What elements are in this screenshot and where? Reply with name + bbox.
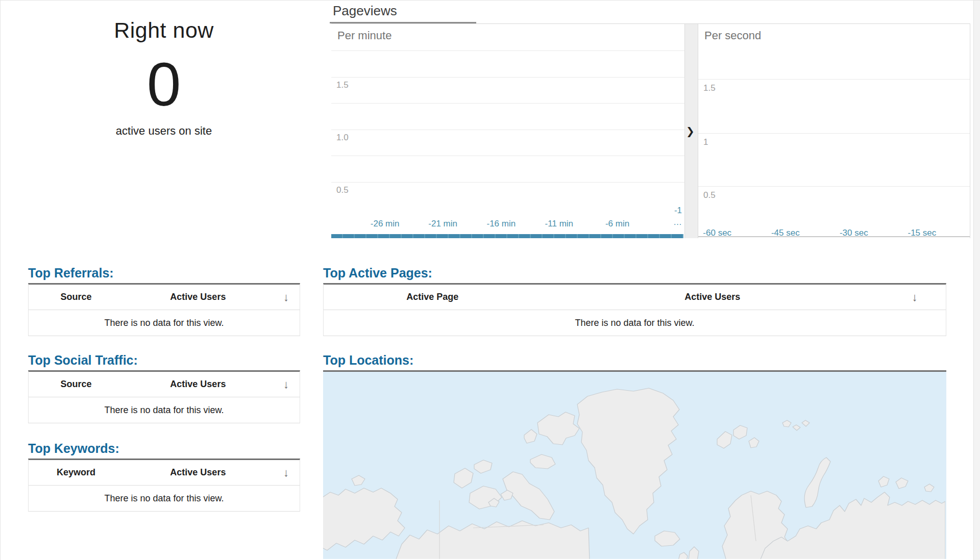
top-keywords-table: Keyword Active Users ↓ There is no data … — [28, 459, 300, 512]
chart-divider: ❯ — [684, 24, 698, 238]
gridline — [331, 77, 684, 78]
section-heading: Top Locations: — [323, 352, 946, 368]
table-header-row: Active Page Active Users ↓ — [324, 285, 946, 310]
empty-table-message: There is no data for this view. — [324, 310, 946, 336]
y-axis-tick: 1.5 — [703, 83, 716, 93]
y-axis-tick: 0.5 — [336, 185, 349, 195]
column-header-active-users[interactable]: Active Users — [124, 379, 273, 390]
top-social-traffic-table: Source Active Users ↓ There is no data f… — [28, 370, 300, 423]
gridline — [331, 103, 684, 104]
y-axis-tick: 1.5 — [336, 80, 349, 90]
per-minute-label: Per minute — [337, 29, 391, 42]
x-axis-tick: -21 min — [428, 219, 457, 229]
pageviews-title: Pageviews — [333, 3, 397, 19]
top-locations-section: Top Locations: — [323, 352, 946, 559]
y-axis-tick: 1 — [703, 137, 708, 147]
active-users-count: 0 — [21, 46, 307, 122]
gridline — [331, 50, 684, 51]
x-axis-tick: -6 min — [605, 219, 629, 229]
gridline — [331, 130, 684, 130]
x-axis-tick: -11 min — [545, 219, 573, 229]
empty-table-message: There is no data for this view. — [29, 310, 300, 336]
x-axis-tick: -26 min — [371, 219, 400, 229]
per-second-axis-line — [698, 236, 970, 237]
x-axis-tick-truncated: -1 … — [673, 205, 682, 228]
sort-descending-icon[interactable]: ↓ — [273, 378, 300, 391]
top-social-traffic-section: Top Social Traffic: Source Active Users … — [28, 352, 300, 423]
section-heading: Top Referrals: — [28, 265, 300, 281]
table-header-row: Keyword Active Users ↓ — [29, 460, 300, 486]
x-axis-tick: -16 min — [487, 219, 516, 229]
column-header-active-users[interactable]: Active Users — [124, 467, 273, 478]
section-heading: Top Active Pages: — [323, 265, 946, 281]
y-axis-tick: 1.0 — [336, 133, 349, 143]
y-axis-tick: 0.5 — [703, 190, 716, 200]
expand-chart-chevron-icon[interactable]: ❯ — [686, 125, 695, 137]
top-active-pages-table: Active Page Active Users ↓ There is no d… — [323, 283, 946, 336]
gridline — [698, 79, 970, 80]
realtime-overview-page: Right now 0 active users on site Pagevie… — [0, 0, 980, 560]
column-header-active-users[interactable]: Active Users — [124, 292, 273, 302]
empty-table-message: There is no data for this view. — [29, 486, 300, 511]
column-header-active-users[interactable]: Active Users — [542, 292, 884, 302]
top-keywords-section: Top Keywords: Keyword Active Users ↓ The… — [28, 441, 300, 512]
gridline — [331, 182, 684, 183]
top-referrals-table: Source Active Users ↓ There is no data f… — [28, 283, 300, 336]
column-header-source[interactable]: Source — [29, 379, 124, 390]
per-second-label: Per second — [704, 29, 761, 42]
per-minute-bar-axis — [331, 234, 683, 238]
section-heading: Top Keywords: — [28, 441, 300, 456]
empty-table-message: There is no data for this view. — [29, 397, 300, 423]
gridline — [698, 133, 970, 134]
right-now-title: Right now — [21, 18, 307, 43]
top-referrals-section: Top Referrals: Source Active Users ↓ The… — [28, 265, 300, 336]
sort-descending-icon[interactable]: ↓ — [273, 291, 300, 304]
pageviews-charts: Per minute 1.5 1.0 0.5 -26 min -21 min -… — [331, 23, 970, 238]
top-active-pages-section: Top Active Pages: Active Page Active Use… — [323, 265, 946, 336]
table-header-row: Source Active Users ↓ — [29, 372, 300, 397]
active-users-subtitle: active users on site — [21, 124, 307, 138]
per-second-chart: Per second 1.5 1 0.5 -60 sec -45 sec -30… — [698, 24, 970, 238]
table-header-row: Source Active Users ↓ — [29, 285, 300, 310]
column-header-keyword[interactable]: Keyword — [29, 467, 124, 478]
sort-descending-icon[interactable]: ↓ — [884, 291, 946, 304]
scrollbar-track[interactable] — [973, 1, 980, 560]
section-heading: Top Social Traffic: — [28, 352, 300, 368]
gridline — [698, 186, 970, 187]
gridline — [331, 156, 684, 156]
sort-descending-icon[interactable]: ↓ — [273, 466, 300, 479]
right-now-widget: Right now 0 active users on site — [21, 11, 307, 138]
column-header-active-page[interactable]: Active Page — [324, 292, 542, 302]
world-map[interactable] — [323, 370, 946, 559]
per-minute-chart: Per minute 1.5 1.0 0.5 -26 min -21 min -… — [331, 24, 684, 238]
column-header-source[interactable]: Source — [29, 292, 124, 302]
